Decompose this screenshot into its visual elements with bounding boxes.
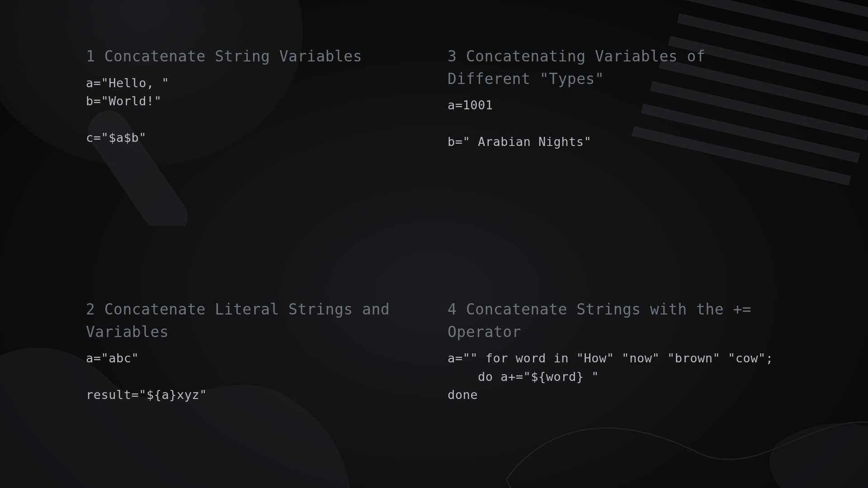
block-title: 3 Concatenating Variables of Different "… [448,45,773,90]
block-title: 1 Concatenate String Variables [86,45,411,68]
block-3: 3 Concatenating Variables of Different "… [448,45,773,235]
code-snippet: a="Hello, " b="World!" c="$a$b" [86,74,411,147]
code-snippet: a=1001 b=" Arabian Nights" [448,96,773,151]
block-title: 4 Concatenate Strings with the += Operat… [448,298,773,343]
code-snippet: a="" for word in "How" "now" "brown" "co… [448,349,773,404]
block-4: 4 Concatenate Strings with the += Operat… [448,298,773,488]
block-1: 1 Concatenate String Variables a="Hello,… [86,45,411,235]
code-snippet: a="abc" result="${a}xyz" [86,349,411,404]
block-2: 2 Concatenate Literal Strings and Variab… [86,298,411,488]
content-grid: 1 Concatenate String Variables a="Hello,… [0,0,868,488]
block-title: 2 Concatenate Literal Strings and Variab… [86,298,411,343]
